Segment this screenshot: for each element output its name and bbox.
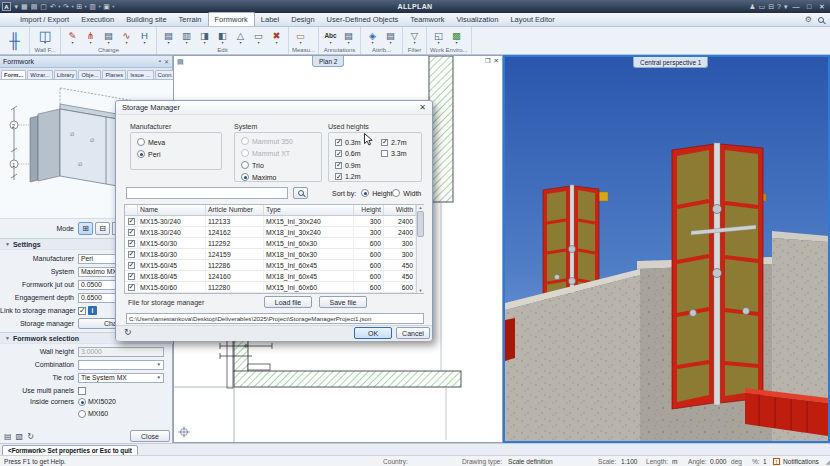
column-header-height[interactable]: Height <box>354 205 384 215</box>
system-radio-mammut-350[interactable] <box>241 137 249 145</box>
column-header-name[interactable]: Name <box>138 205 206 215</box>
percent-value[interactable]: 1 <box>763 458 767 465</box>
user-icon[interactable]: ♟ <box>749 2 755 11</box>
column-header-width[interactable]: Width <box>384 205 416 215</box>
ribbon-icon-modify-wave[interactable]: ∿▾ <box>118 29 135 47</box>
sort-option-height[interactable]: Height <box>361 187 392 199</box>
menu-tab-execution[interactable]: Execution <box>75 13 120 26</box>
load-file-button[interactable]: Load file <box>264 296 312 308</box>
palette-pin-icon[interactable]: ▪ <box>159 58 161 65</box>
ribbon-icon-modify-sheet[interactable]: ▤▾ <box>100 29 117 47</box>
new-document-icon[interactable]: ▢ <box>40 2 47 11</box>
menu-caret-icon[interactable]: ▾ <box>15 2 19 11</box>
ribbon-icon-measure-ruler[interactable]: ▭▾ <box>292 29 309 47</box>
manufacturer-radio-meva[interactable] <box>137 138 145 146</box>
ribbon-icon-attribute-sheet[interactable]: ▤▾ <box>382 29 399 47</box>
screen-share-icon[interactable]: ▭ <box>759 2 766 11</box>
link-storage-checkbox[interactable] <box>78 307 86 315</box>
scroll-up-icon[interactable]: ▲ <box>419 205 423 210</box>
row-checkbox[interactable] <box>128 273 135 280</box>
dropdown-caret-icon[interactable]: ▾ <box>85 4 87 9</box>
menu-tab-visualization[interactable]: Visualization <box>450 13 504 26</box>
redo-icon[interactable]: ↷ <box>63 2 69 11</box>
row-checkbox[interactable] <box>128 229 135 236</box>
wall-formwork-tool-icon[interactable]: ╫ <box>0 27 30 54</box>
height-checkbox-3-3m[interactable] <box>381 150 388 157</box>
storage-search-input[interactable] <box>126 187 288 199</box>
file-path-input[interactable]: C:\Users\amesiankova\Desktop\Deliverable… <box>126 313 424 324</box>
ribbon-icon-rotate[interactable]: △▾ <box>232 29 249 47</box>
search-button[interactable] <box>293 187 308 199</box>
tie-rod-select[interactable]: Tie System MX▼ <box>78 373 164 383</box>
print-icon[interactable]: ▥ <box>89 2 96 11</box>
ribbon-icon-workspace[interactable]: ◱▾ <box>430 29 447 47</box>
manufacturer-radio-peri[interactable] <box>137 150 145 158</box>
palette-tab-wizar[interactable]: Wizar... <box>27 70 52 79</box>
dropdown-caret-icon[interactable]: ▾ <box>58 4 60 9</box>
height-option-1-2m[interactable]: 1.2m <box>329 171 375 183</box>
system-option-maximo[interactable]: Maximo <box>235 171 321 183</box>
ribbon-icon-filter-funnel[interactable]: ▽▾ <box>406 29 423 47</box>
palette-tab-issue[interactable]: Issue ... <box>127 70 153 79</box>
corner-radio-mxi60[interactable] <box>78 410 86 418</box>
height-checkbox-0-3m[interactable] <box>335 139 342 146</box>
menu-down-icon[interactable]: ▾ <box>784 2 788 11</box>
window-icon[interactable]: ▣ <box>103 2 110 11</box>
ribbon-icon-workspace-green[interactable]: ▩▾ <box>448 29 465 47</box>
help-icon[interactable]: ? <box>777 2 781 11</box>
palette-tool-icon[interactable]: ▤ <box>4 432 12 441</box>
system-option-mammut-xt[interactable]: Mammut XT <box>235 147 321 159</box>
menu-tab-layout-editor[interactable]: Layout Editor <box>504 13 560 26</box>
info-icon[interactable]: i <box>88 306 97 315</box>
column-header-type[interactable]: Type <box>264 205 354 215</box>
ribbon-icon-modify-h[interactable]: H▾ <box>136 29 153 47</box>
menu-tab-user-defined-objects[interactable]: User-Defined Objects <box>321 13 405 26</box>
ok-button[interactable]: OK <box>354 327 392 339</box>
scroll-thumb[interactable] <box>417 211 424 237</box>
palette-tab-obje[interactable]: Obje... <box>78 70 101 79</box>
palette-close-button[interactable]: Close <box>130 430 170 442</box>
sort-option-width[interactable]: Width <box>392 187 421 199</box>
perspective-canvas[interactable] <box>505 57 828 441</box>
length-value[interactable]: m <box>672 458 678 465</box>
menu-tab-label[interactable]: Label <box>255 13 285 26</box>
system-radio-mammut-xt[interactable] <box>241 149 249 157</box>
ribbon-icon-wall-formwork[interactable]: ◫▾ <box>33 29 57 47</box>
table-header[interactable]: NameArticle NumberTypeHeightWidth <box>125 205 416 216</box>
palette-tab-form[interactable]: Form... <box>1 70 26 79</box>
shop-cart-icon[interactable]: ⊟ <box>768 2 774 11</box>
sort-radio-height[interactable] <box>361 189 369 197</box>
drawing-type-value[interactable]: Scale definition <box>508 458 553 465</box>
mode-button-multi[interactable]: ⊟ <box>95 222 110 235</box>
scale-value[interactable]: 1:100 <box>621 458 638 465</box>
allplan-logo-icon[interactable]: A <box>2 2 11 11</box>
sort-radio-width[interactable] <box>392 189 400 197</box>
resize-grip[interactable]: ◢ <box>825 458 829 465</box>
ribbon-icon-text-abc[interactable]: Abc▾ <box>322 29 339 47</box>
manufacturer-option-peri[interactable]: Peri <box>131 148 221 160</box>
save-file-button[interactable]: Save file <box>319 296 367 308</box>
table-scrollbar[interactable]: ▲ ▼ <box>416 205 424 293</box>
system-option-trio[interactable]: Trio <box>235 159 321 171</box>
copy-icon[interactable]: ⊞ <box>76 2 82 11</box>
ribbon-icon-label-sheet[interactable]: ▤▾ <box>340 29 357 47</box>
ribbon-icon-flip-right[interactable]: ◨▾ <box>196 29 213 47</box>
row-checkbox[interactable] <box>128 262 135 269</box>
combination-select[interactable]: ▼ <box>78 360 164 370</box>
mode-button-single[interactable]: ⊞ <box>78 222 93 235</box>
dialog-titlebar[interactable]: Storage Manager ✕ <box>116 101 432 115</box>
angle-value[interactable]: 0.000 <box>710 458 727 465</box>
row-checkbox[interactable] <box>128 284 135 291</box>
height-option-0-9m[interactable]: 0.9m <box>329 159 375 171</box>
dialog-close-icon[interactable]: ✕ <box>419 103 426 112</box>
ribbon-icon-modify-branch[interactable]: ⋔▾ <box>82 29 99 47</box>
maximize-button[interactable]: □ <box>803 3 815 11</box>
row-checkbox[interactable] <box>128 240 135 247</box>
ribbon-icon-flip-left[interactable]: ◧▾ <box>214 29 231 47</box>
height-checkbox-0-9m[interactable] <box>335 162 342 169</box>
height-option-3-3m[interactable]: 3.3m <box>375 148 421 160</box>
cancel-button[interactable]: Cancel <box>396 327 430 339</box>
ribbon-icon-attributes[interactable]: ◈▾ <box>364 29 381 47</box>
menu-tab-design[interactable]: Design <box>285 13 320 26</box>
palette-tab-library[interactable]: Library <box>54 70 78 79</box>
